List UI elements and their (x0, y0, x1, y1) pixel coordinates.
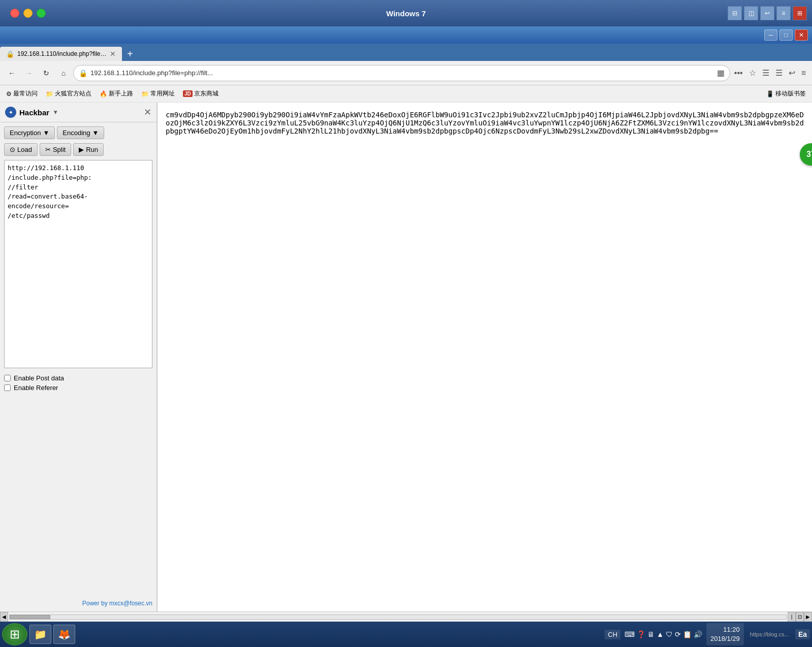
bookmark-jd[interactable]: JD 京东商城 (181, 88, 221, 99)
back-btn-mac[interactable]: ↩ (760, 6, 774, 20)
taskbar-firefox[interactable]: 🦊 (53, 625, 75, 644)
folder-icon: 📁 (46, 90, 53, 98)
hackbar-checkboxes: Enable Post data Enable Referer (0, 372, 157, 394)
address-bar[interactable]: 🔒 192.168.1.110/include.php?file=php://f… (73, 65, 730, 81)
nav-right-btns: ••• ☆ ☰ ☰ ↩ ≡ (732, 66, 808, 80)
hackbar-header: ✦ Hackbar ▼ ✕ (0, 103, 157, 122)
run-btn[interactable]: ▶ Run (73, 143, 104, 156)
hackbar-close-btn[interactable]: ✕ (144, 107, 151, 118)
sidebar-toggle-btn[interactable]: ⊟ (728, 6, 742, 20)
hackbar-toolbar: Encryption ▼ Encoding ▼ (0, 122, 157, 143)
folder-taskbar-icon: 📁 (34, 628, 47, 640)
enable-post-checkbox[interactable] (4, 375, 11, 381)
bookmark-label: 京东商城 (194, 89, 218, 98)
bookmark-label: 移动版书签 (775, 89, 806, 98)
more-btn-mac[interactable]: ≡ (776, 6, 791, 20)
dropdown-arrow-icon-2: ▼ (92, 129, 99, 137)
forward-button[interactable]: → (21, 66, 37, 81)
hackbar-textarea[interactable] (4, 160, 152, 368)
taskbar-url-preview: https://blog.cs... (748, 630, 791, 638)
library-btn[interactable]: ☰ (760, 66, 771, 80)
minimize-btn[interactable]: ─ (764, 29, 777, 41)
enable-referer-label: Enable Referer (14, 384, 58, 392)
jd-icon: JD (183, 90, 193, 97)
maximize-btn[interactable]: □ (779, 29, 793, 41)
refresh-button[interactable]: ↻ (39, 66, 54, 81)
maximize-btn-mac[interactable]: ⊞ (793, 6, 807, 20)
back-button[interactable]: ← (4, 66, 19, 81)
start-button[interactable]: ⊞ (2, 623, 27, 645)
bookmark-frequent[interactable]: ⚙ 最常访问 (4, 88, 40, 99)
minimize-dot[interactable] (23, 9, 33, 18)
bookmark-mobile[interactable]: 📱 移动版书签 (764, 88, 808, 99)
bookmark-btn[interactable]: ☆ (747, 66, 758, 80)
titlebar-controls (10, 9, 46, 18)
scroll-left-btn[interactable]: ◀ (0, 612, 8, 622)
active-tab[interactable]: 🔒 192.168.1.110/include.php?file=... ✕ (0, 47, 122, 61)
taskbar-clock: 11:20 2018/1/29 (706, 623, 744, 645)
tab-title: 192.168.1.110/include.php?file=... (17, 50, 107, 57)
enable-post-label: Enable Post data (14, 374, 64, 382)
close-dot[interactable] (10, 9, 19, 18)
enable-referer-row: Enable Referer (4, 384, 152, 392)
close-btn[interactable]: ✕ (795, 29, 808, 41)
phone-icon: 📱 (766, 90, 774, 98)
bookmark-common[interactable]: 📁 常用网址 (139, 88, 177, 99)
folder-icon-2: 📁 (141, 90, 149, 98)
reader-view-btn[interactable]: ☰ (773, 66, 785, 80)
window-title: Windows 7 (386, 9, 426, 18)
encryption-dropdown-btn[interactable]: Encryption ▼ (4, 126, 55, 139)
hackbar-footer: Power by mxcx@fosec.vn (0, 594, 157, 611)
taskbar-date-display: 2018/1/29 (710, 634, 740, 643)
bookmark-label: 火狐官方站点 (55, 89, 91, 98)
load-btn[interactable]: ⊙ Load (4, 143, 38, 156)
gear-icon: ⚙ (6, 90, 12, 98)
scroll-track[interactable] (9, 614, 787, 620)
scroll-thumb[interactable] (10, 615, 50, 619)
taskbar-lang: CH (605, 630, 620, 639)
hackbar-name: Hackbar (19, 108, 49, 117)
bookmark-label: 新手上路 (109, 89, 133, 98)
tab-close-btn[interactable]: ✕ (110, 50, 116, 58)
firefox-taskbar-icon: 🦊 (58, 628, 71, 640)
hackbar-logo-icon: ✦ (5, 107, 16, 118)
run-icon: ▶ (79, 146, 84, 153)
encoding-dropdown-btn[interactable]: Encoding ▼ (57, 126, 104, 139)
keyboard-icon: ⌨ (624, 630, 635, 638)
usb-icon: ⟳ (675, 630, 681, 638)
page-content-area: cm9vdDp4OjA6MDpyb290Oi9yb290Oi9iaW4vYmFz… (158, 103, 812, 611)
speaker-icon: 🔊 (694, 630, 702, 638)
taskbar: ⊞ 📁 🦊 CH ⌨ ❓ 🖥 ▲ 🛡 ⟳ 📋 🔊 11:20 2018/1/29… (0, 622, 812, 647)
split-label: Split (53, 146, 66, 153)
browser-content: ✦ Hackbar ▼ ✕ Encryption ▼ Encoding ▼ (0, 103, 812, 611)
reading-view-btn[interactable]: ◫ (744, 6, 758, 20)
scroll-divider: | (788, 612, 796, 622)
security-icon: 🔒 (79, 69, 87, 77)
menu-btn[interactable]: ≡ (799, 67, 808, 80)
hackbar-footer-link[interactable]: Power by mxcx@fosec.vn (82, 600, 152, 607)
home-button[interactable]: ⌂ (56, 66, 71, 81)
horizontal-scrollbar: ◀ | ⊡ ▶ (0, 611, 812, 622)
encoding-label: Encoding (63, 129, 90, 137)
qr-icon[interactable]: ▦ (717, 68, 725, 78)
sync-btn[interactable]: ↩ (787, 66, 797, 80)
content-wrapper: ─ □ ✕ 🔒 192.168.1.110/include.php?file=.… (0, 26, 812, 622)
scroll-right-btn[interactable]: ▶ (804, 612, 812, 622)
macos-titlebar: Windows 7 ⊟ ◫ ↩ ≡ ⊞ (0, 0, 812, 26)
taskbar-time-display: 11:20 (710, 625, 740, 634)
nav-bar: ← → ↻ ⌂ 🔒 192.168.1.110/include.php?file… (0, 61, 812, 85)
network-shield-icon: 🛡 (666, 630, 673, 638)
bookmark-newbie[interactable]: 🔥 新手上路 (98, 88, 135, 99)
split-btn[interactable]: ✂ Split (40, 143, 71, 156)
bookmark-firefox[interactable]: 📁 火狐官方站点 (44, 88, 93, 99)
taskbar-file-explorer[interactable]: 📁 (29, 625, 51, 644)
bookmark-label: 最常访问 (13, 89, 38, 98)
taskbar-ea-label: Ea (795, 629, 810, 639)
bookmarks-bar: ⚙ 最常访问 📁 火狐官方站点 🔥 新手上路 📁 常用网址 JD 京东商城 📱 … (0, 85, 812, 103)
more-tools-btn[interactable]: ••• (732, 67, 745, 80)
up-arrow-icon[interactable]: ▲ (657, 630, 664, 638)
enable-post-row: Enable Post data (4, 374, 152, 382)
new-tab-btn[interactable]: + (122, 47, 138, 61)
fullscreen-dot[interactable] (37, 9, 46, 18)
enable-referer-checkbox[interactable] (4, 384, 11, 391)
